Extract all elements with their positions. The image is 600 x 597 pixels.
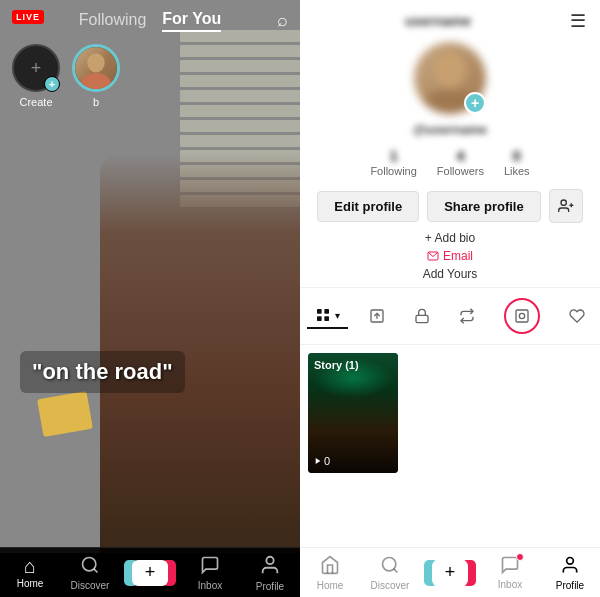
svg-point-21	[567, 557, 574, 564]
tab-dropdown-icon: ▾	[335, 310, 340, 321]
video-text-overlay: "on the road"	[20, 351, 280, 393]
story-card[interactable]: Story (1) 0	[308, 353, 398, 473]
svg-rect-9	[317, 309, 322, 314]
nav-right-home-label: Home	[317, 580, 344, 591]
nav-right-home[interactable]: Home	[310, 555, 350, 591]
nav-home[interactable]: ⌂ Home	[10, 556, 50, 589]
tab-following[interactable]: Following	[79, 9, 147, 31]
following-count: 1	[389, 147, 397, 164]
nav-right-profile[interactable]: Profile	[550, 555, 590, 591]
followers-count: 4	[456, 147, 464, 164]
home-icon: ⌂	[24, 556, 36, 576]
story-b[interactable]: b	[72, 44, 120, 108]
svg-line-2	[94, 568, 98, 572]
tab-liked[interactable]	[561, 304, 593, 328]
profile-avatar-wrap: +	[414, 42, 486, 114]
tab-upload[interactable]	[361, 304, 393, 328]
story-avatar-b	[72, 44, 120, 92]
bottom-nav-right: Home Discover + Inbox	[300, 547, 600, 597]
action-buttons: Edit profile Share profile	[317, 189, 582, 223]
story-grid: Story (1) 0	[300, 345, 600, 547]
profile-add-icon[interactable]: +	[464, 92, 486, 114]
profile-icon	[259, 554, 281, 579]
svg-point-5	[561, 200, 566, 205]
home-icon-right	[320, 555, 340, 578]
likes-count: 0	[513, 147, 521, 164]
add-bio-link[interactable]: + Add bio	[425, 231, 475, 245]
tab-grid[interactable]: ▾	[307, 303, 348, 329]
stat-likes: 0 Likes	[504, 147, 530, 177]
bottom-nav-left: ⌂ Home Discover + Inbox	[0, 547, 300, 597]
svg-line-20	[394, 568, 398, 572]
nav-inbox-label: Inbox	[198, 580, 222, 591]
profile-username: @username	[413, 122, 487, 137]
right-header: username ☰	[300, 0, 600, 38]
svg-point-19	[383, 557, 396, 570]
svg-rect-11	[317, 316, 322, 321]
svg-rect-10	[324, 309, 329, 314]
stat-followers: 4 Followers	[437, 147, 484, 177]
stat-following: 1 Following	[370, 147, 416, 177]
plus-badge: +	[44, 76, 60, 92]
live-badge: LIVE	[12, 10, 44, 24]
bio-section: + Add bio Email Add Yours	[423, 231, 478, 281]
svg-rect-16	[516, 310, 528, 322]
left-panel: "on the road" LIVE Following For You ⌕ +…	[0, 0, 300, 597]
discover-icon	[80, 555, 100, 578]
nav-inbox[interactable]: Inbox	[190, 555, 230, 591]
nav-discover[interactable]: Discover	[70, 555, 110, 591]
followers-label: Followers	[437, 165, 484, 177]
profile-section: + @username 1 Following 4 Followers 0 Li…	[300, 38, 600, 287]
svg-point-0	[87, 53, 105, 72]
video-caption: "on the road"	[20, 351, 185, 393]
following-label: Following	[370, 165, 416, 177]
svg-rect-12	[324, 316, 329, 321]
tab-repost[interactable]	[451, 304, 483, 328]
nav-right-profile-label: Profile	[556, 580, 584, 591]
discover-icon-right	[380, 555, 400, 578]
add-friend-button[interactable]	[549, 189, 583, 223]
nav-profile[interactable]: Profile	[250, 554, 290, 592]
stats-row: 1 Following 4 Followers 0 Likes	[370, 147, 529, 177]
story-label-b: b	[93, 96, 99, 108]
right-panel: username ☰ + @username 1 Following	[300, 0, 600, 597]
story-title: Story (1)	[314, 359, 359, 371]
nav-right-discover[interactable]: Discover	[370, 555, 410, 591]
nav-right-discover-label: Discover	[371, 580, 410, 591]
svg-point-4	[434, 52, 466, 88]
edit-profile-button[interactable]: Edit profile	[317, 191, 419, 222]
nav-right-inbox[interactable]: Inbox	[490, 555, 530, 590]
tab-tagged[interactable]	[496, 294, 548, 338]
username-top: username	[314, 13, 562, 29]
stories-bar: + + Create b	[0, 36, 300, 116]
create-label: Create	[19, 96, 52, 108]
share-profile-button[interactable]: Share profile	[427, 191, 540, 222]
nav-right-create[interactable]: +	[430, 560, 470, 586]
email-label: Email	[443, 249, 473, 263]
avatar-image	[75, 47, 117, 89]
nav-create[interactable]: +	[130, 560, 170, 586]
add-yours-link[interactable]: Add Yours	[423, 267, 478, 281]
svg-point-17	[520, 313, 525, 318]
tab-private[interactable]	[406, 304, 438, 328]
highlight-circle	[504, 298, 540, 334]
header-tabs: Following For You	[79, 8, 222, 32]
profile-icon-right	[560, 555, 580, 578]
inbox-badge-wrap	[500, 555, 520, 577]
nav-right-inbox-label: Inbox	[498, 579, 522, 590]
inbox-icon	[200, 555, 220, 578]
email-link[interactable]: Email	[427, 249, 473, 263]
svg-point-1	[83, 557, 96, 570]
tab-for-you[interactable]: For You	[162, 8, 221, 32]
search-icon[interactable]: ⌕	[277, 10, 288, 31]
menu-icon[interactable]: ☰	[570, 10, 586, 32]
play-count: 0	[324, 455, 330, 467]
content-tabs: ▾	[300, 287, 600, 345]
left-header: LIVE Following For You ⌕	[0, 0, 300, 40]
inbox-badge-dot	[516, 553, 524, 561]
create-avatar: + +	[12, 44, 60, 92]
story-create[interactable]: + + Create	[12, 44, 60, 108]
svg-marker-18	[316, 458, 321, 464]
svg-point-3	[266, 556, 273, 563]
nav-home-label: Home	[17, 578, 44, 589]
